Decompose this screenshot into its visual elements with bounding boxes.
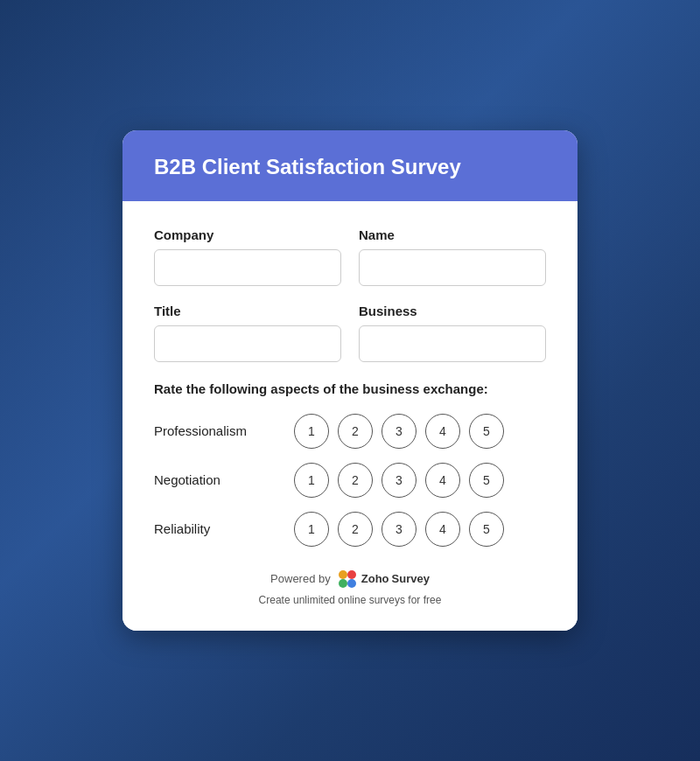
reliability-options: 1 2 3 4 5: [294, 512, 504, 547]
svg-point-3: [347, 579, 356, 588]
business-input[interactable]: [359, 325, 546, 362]
product-name: Survey: [392, 572, 430, 585]
rating-section: Rate the following aspects of the busine…: [154, 380, 546, 547]
card-body: Company Name Title Business Rate the fol…: [122, 201, 578, 631]
negotiation-option-4[interactable]: 4: [425, 463, 460, 498]
zoho-icon: [336, 568, 359, 590]
company-group: Company: [154, 227, 341, 286]
reliability-option-5[interactable]: 5: [469, 512, 504, 547]
survey-card: B2B Client Satisfaction Survey Company N…: [122, 130, 578, 631]
reliability-option-3[interactable]: 3: [382, 512, 416, 547]
title-input[interactable]: [154, 325, 341, 362]
title-label: Title: [154, 304, 341, 318]
rating-row-negotiation: Negotiation 1 2 3 4 5: [154, 463, 546, 498]
reliability-option-1[interactable]: 1: [294, 512, 329, 547]
professionalism-option-4[interactable]: 4: [425, 414, 460, 449]
tagline: Create unlimited online surveys for free: [259, 594, 442, 606]
reliability-option-2[interactable]: 2: [338, 512, 373, 547]
form-row-2: Title Business: [154, 304, 546, 362]
name-input[interactable]: [359, 249, 546, 286]
negotiation-option-2[interactable]: 2: [338, 463, 373, 498]
professionalism-option-2[interactable]: 2: [338, 414, 373, 449]
reliability-label: Reliability: [154, 521, 294, 536]
title-group: Title: [154, 304, 341, 362]
zoho-logo: Zoho Survey: [336, 568, 430, 590]
footer: Powered by Zoho Survey Create unlimited …: [154, 568, 546, 606]
name-label: Name: [359, 227, 546, 242]
reliability-option-4[interactable]: 4: [425, 512, 460, 547]
powered-by-row: Powered by Zoho Survey: [270, 568, 430, 590]
card-header: B2B Client Satisfaction Survey: [122, 130, 578, 201]
negotiation-option-1[interactable]: 1: [294, 463, 329, 498]
professionalism-option-3[interactable]: 3: [382, 414, 416, 449]
survey-title: B2B Client Satisfaction Survey: [154, 155, 546, 180]
professionalism-label: Professionalism: [154, 423, 294, 438]
business-group: Business: [359, 304, 546, 362]
negotiation-label: Negotiation: [154, 472, 294, 487]
powered-by-text: Powered by: [270, 572, 331, 585]
svg-point-0: [339, 570, 347, 579]
company-input[interactable]: [154, 249, 341, 286]
svg-point-2: [339, 579, 347, 588]
brand-name: Zoho: [361, 572, 389, 585]
rating-row-reliability: Reliability 1 2 3 4 5: [154, 512, 546, 547]
negotiation-options: 1 2 3 4 5: [294, 463, 504, 498]
negotiation-option-3[interactable]: 3: [382, 463, 416, 498]
company-label: Company: [154, 227, 341, 242]
form-row-1: Company Name: [154, 227, 546, 286]
rating-row-professionalism: Professionalism 1 2 3 4 5: [154, 414, 546, 449]
business-label: Business: [359, 304, 546, 318]
negotiation-option-5[interactable]: 5: [469, 463, 504, 498]
name-group: Name: [359, 227, 546, 286]
professionalism-options: 1 2 3 4 5: [294, 414, 504, 449]
professionalism-option-1[interactable]: 1: [294, 414, 329, 449]
rating-question: Rate the following aspects of the busine…: [154, 380, 546, 398]
svg-point-1: [347, 570, 356, 579]
professionalism-option-5[interactable]: 5: [469, 414, 504, 449]
